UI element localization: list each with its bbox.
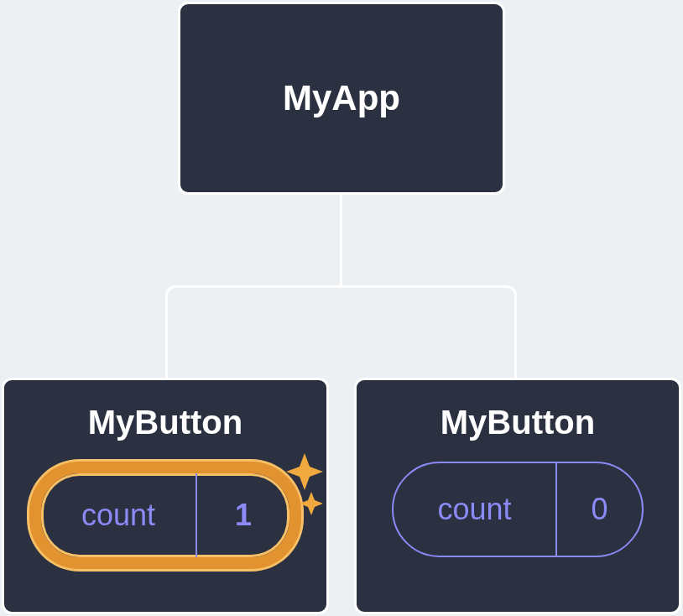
child-label: MyButton [441,404,595,441]
root-label: MyApp [283,78,400,118]
child-component-node-left: MyButton count 1 [2,378,329,614]
connector-line [340,195,342,285]
state-key: count [41,473,197,557]
state-value: 1 [197,473,289,557]
connector-line [176,285,507,288]
state-key: count [394,463,557,556]
state-value: 0 [557,463,642,556]
child-component-node-right: MyButton count 0 [354,378,681,614]
connector-line [165,295,168,378]
state-pill-highlighted: count 1 [29,462,301,569]
connector-line [514,295,517,378]
root-component-node: MyApp [178,2,505,195]
child-label: MyButton [88,404,242,441]
state-pill: count 0 [392,462,644,557]
